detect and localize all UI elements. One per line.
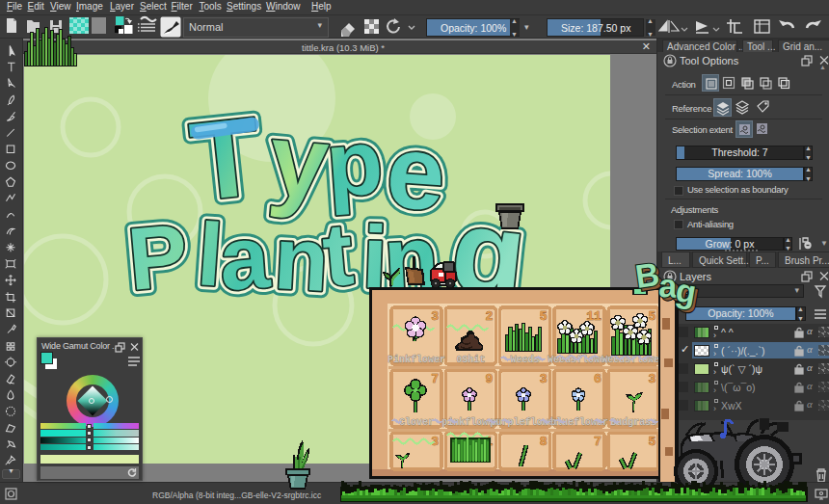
- svg-text:Planting: Planting: [124, 183, 532, 323]
